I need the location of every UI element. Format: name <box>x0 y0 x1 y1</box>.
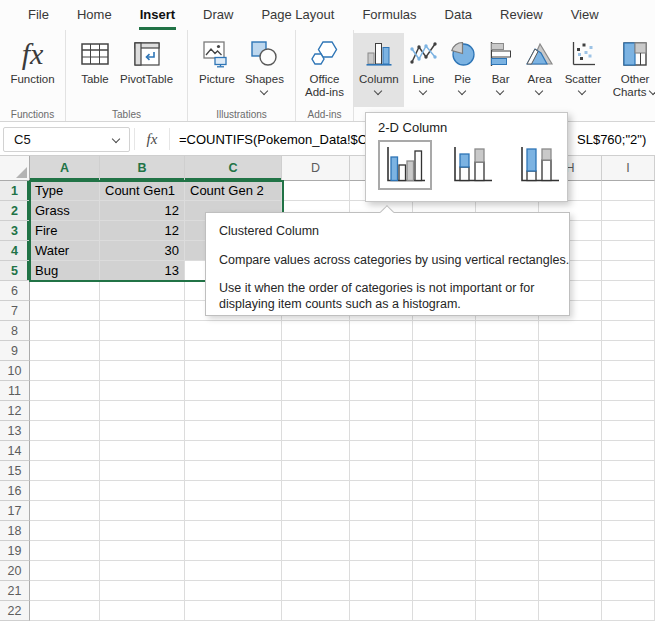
cell-I8[interactable] <box>602 321 655 341</box>
cell-D9[interactable] <box>282 341 350 361</box>
cell-F10[interactable] <box>413 361 476 381</box>
cell-C16[interactable] <box>185 481 282 501</box>
cell-A17[interactable] <box>30 501 100 521</box>
row-header-2[interactable]: 2 <box>0 201 30 221</box>
row-header-17[interactable]: 17 <box>0 501 30 521</box>
cell-I4[interactable] <box>602 241 655 261</box>
cell-H20[interactable] <box>539 561 602 581</box>
cell-B11[interactable] <box>100 381 185 401</box>
row-header-7[interactable]: 7 <box>0 301 30 321</box>
col-header-B[interactable]: B <box>100 156 185 181</box>
row-header-11[interactable]: 11 <box>0 381 30 401</box>
scatter-button[interactable]: Scatter <box>560 33 606 96</box>
row-header-22[interactable]: 22 <box>0 601 30 621</box>
row-header-18[interactable]: 18 <box>0 521 30 541</box>
cell-A16[interactable] <box>30 481 100 501</box>
cell-I16[interactable] <box>602 481 655 501</box>
cell-D17[interactable] <box>282 501 350 521</box>
row-header-6[interactable]: 6 <box>0 281 30 301</box>
cell-B10[interactable] <box>100 361 185 381</box>
cell-B13[interactable] <box>100 421 185 441</box>
chevron-down-icon[interactable] <box>260 88 269 96</box>
chart-option-100-stacked-column[interactable] <box>512 140 566 190</box>
cell-C12[interactable] <box>185 401 282 421</box>
cell-D11[interactable] <box>282 381 350 401</box>
cell-E13[interactable] <box>350 421 413 441</box>
cell-B21[interactable] <box>100 581 185 601</box>
cell-A8[interactable] <box>30 321 100 341</box>
cell-I17[interactable] <box>602 501 655 521</box>
cell-B2[interactable]: 12 <box>100 201 185 221</box>
cell-A15[interactable] <box>30 461 100 481</box>
row-header-19[interactable]: 19 <box>0 541 30 561</box>
cell-F21[interactable] <box>413 581 476 601</box>
cell-B9[interactable] <box>100 341 185 361</box>
cell-B12[interactable] <box>100 401 185 421</box>
cell-D21[interactable] <box>282 581 350 601</box>
cell-A11[interactable] <box>30 381 100 401</box>
select-all-corner[interactable] <box>0 156 30 181</box>
cell-F9[interactable] <box>413 341 476 361</box>
cell-G21[interactable] <box>476 581 539 601</box>
cell-G18[interactable] <box>476 521 539 541</box>
cell-C18[interactable] <box>185 521 282 541</box>
cell-B1[interactable]: Count Gen1 <box>100 181 185 201</box>
cell-H18[interactable] <box>539 521 602 541</box>
cell-C8[interactable] <box>185 321 282 341</box>
chevron-down-icon[interactable] <box>578 88 587 96</box>
cell-D20[interactable] <box>282 561 350 581</box>
chevron-down-icon[interactable] <box>496 88 505 96</box>
cell-D12[interactable] <box>282 401 350 421</box>
cell-I21[interactable] <box>602 581 655 601</box>
cell-F8[interactable] <box>413 321 476 341</box>
cell-H16[interactable] <box>539 481 602 501</box>
cell-I11[interactable] <box>602 381 655 401</box>
cell-G9[interactable] <box>476 341 539 361</box>
cell-H12[interactable] <box>539 401 602 421</box>
cell-G10[interactable] <box>476 361 539 381</box>
col-header-D[interactable]: D <box>282 156 350 181</box>
cell-G16[interactable] <box>476 481 539 501</box>
tab-formulas[interactable]: Formulas <box>348 0 430 30</box>
row-header-14[interactable]: 14 <box>0 441 30 461</box>
cell-B20[interactable] <box>100 561 185 581</box>
cell-G19[interactable] <box>476 541 539 561</box>
cell-H10[interactable] <box>539 361 602 381</box>
pivottable-button[interactable]: PivotTable <box>115 33 178 86</box>
cell-H9[interactable] <box>539 341 602 361</box>
tab-draw[interactable]: Draw <box>189 0 247 30</box>
cell-C22[interactable] <box>185 601 282 621</box>
row-header-13[interactable]: 13 <box>0 421 30 441</box>
chart-option-clustered-column[interactable] <box>378 140 432 190</box>
cell-I14[interactable] <box>602 441 655 461</box>
cell-A2[interactable]: Grass <box>30 201 100 221</box>
cell-H13[interactable] <box>539 421 602 441</box>
tab-view[interactable]: View <box>557 0 613 30</box>
cell-H8[interactable] <box>539 321 602 341</box>
row-header-20[interactable]: 20 <box>0 561 30 581</box>
cell-A4[interactable]: Water <box>30 241 100 261</box>
cell-I12[interactable] <box>602 401 655 421</box>
cell-B8[interactable] <box>100 321 185 341</box>
cell-G15[interactable] <box>476 461 539 481</box>
cell-G22[interactable] <box>476 601 539 621</box>
row-header-10[interactable]: 10 <box>0 361 30 381</box>
cell-D16[interactable] <box>282 481 350 501</box>
cell-D8[interactable] <box>282 321 350 341</box>
cell-C11[interactable] <box>185 381 282 401</box>
cell-H11[interactable] <box>539 381 602 401</box>
row-header-16[interactable]: 16 <box>0 481 30 501</box>
cell-F16[interactable] <box>413 481 476 501</box>
cell-B19[interactable] <box>100 541 185 561</box>
cell-B18[interactable] <box>100 521 185 541</box>
cell-E15[interactable] <box>350 461 413 481</box>
cell-G8[interactable] <box>476 321 539 341</box>
cell-E8[interactable] <box>350 321 413 341</box>
cell-C13[interactable] <box>185 421 282 441</box>
row-header-12[interactable]: 12 <box>0 401 30 421</box>
cell-G17[interactable] <box>476 501 539 521</box>
bar-button[interactable]: Bar <box>482 33 520 96</box>
cell-A6[interactable] <box>30 281 100 301</box>
column-button[interactable]: Column <box>354 33 404 107</box>
col-header-A[interactable]: A <box>30 156 100 181</box>
